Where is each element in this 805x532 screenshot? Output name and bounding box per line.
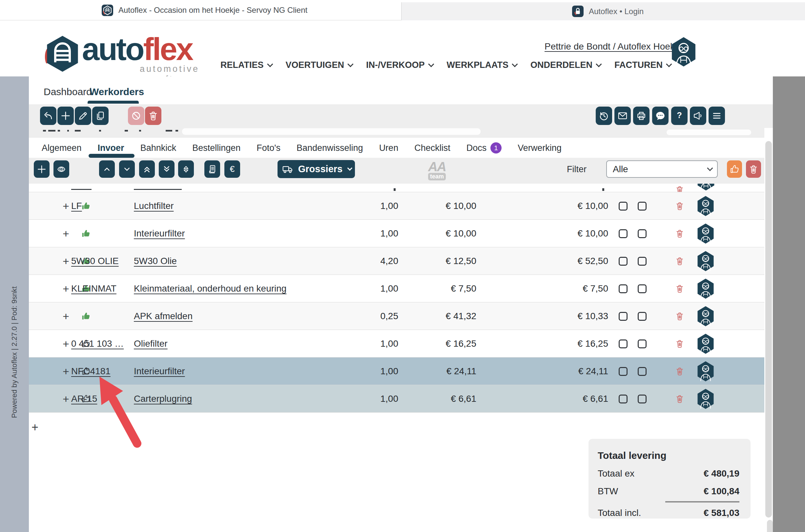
row-checkbox-2[interactable] (638, 229, 647, 238)
subtab-checklist[interactable]: Checklist (414, 143, 451, 153)
undo-button[interactable] (40, 107, 56, 125)
article-code-link[interactable]: 5W30 OLIE (71, 256, 119, 266)
row-checkbox-1[interactable] (619, 312, 628, 321)
delete-row-button[interactable] (672, 247, 687, 275)
subtab-bahnkick[interactable]: Bahnkick (140, 143, 176, 153)
table-row-selected[interactable]: + NFC4181 Interieurfilter 1,00 € 24,11 €… (29, 358, 765, 385)
subtab-uren[interactable]: Uren (379, 143, 399, 153)
article-code-link[interactable]: LF (71, 201, 82, 211)
scrollbar-thumb[interactable] (765, 141, 772, 517)
nav-werkplaats[interactable]: WERKPLAATS (447, 60, 516, 70)
article-code-link[interactable]: NFC4181 (71, 366, 111, 377)
mechanic-avatar[interactable] (696, 192, 715, 220)
add-line-button[interactable] (34, 160, 50, 178)
expand-row-button[interactable]: + (60, 220, 72, 247)
article-desc-link[interactable]: Interieurfilter (134, 366, 185, 377)
row-checkbox-1[interactable] (619, 367, 628, 376)
move-down-button[interactable] (119, 160, 135, 178)
pricebook-button[interactable] (204, 160, 220, 178)
row-checkbox-1[interactable] (619, 229, 628, 238)
row-checkbox-1[interactable] (619, 395, 628, 403)
delete-lines-button[interactable] (746, 160, 761, 178)
delete-button[interactable] (145, 107, 161, 125)
help-button[interactable] (671, 107, 688, 125)
chat-button[interactable] (652, 107, 669, 125)
approve-all-button[interactable] (727, 160, 742, 178)
expand-row-button[interactable]: + (60, 247, 72, 275)
table-row[interactable]: + APK afmelden 0,25 € 41,32 € 10,33 (29, 302, 765, 330)
mechanic-avatar[interactable] (696, 275, 715, 302)
row-checkbox-2[interactable] (638, 340, 647, 348)
subtab-bestellingen[interactable]: Bestellingen (192, 143, 241, 153)
nav-relaties[interactable]: RELATIES (221, 60, 271, 70)
article-code-link[interactable]: KLEINMAT (71, 283, 116, 294)
table-row[interactable]: + KLEINMAT Kleinmateriaal, onderhoud en … (29, 275, 765, 302)
print-button[interactable] (633, 107, 650, 125)
article-desc-link[interactable]: Interieurfilter (134, 228, 185, 239)
table-row[interactable]: + LF Luchtfilter 1,00 € 10,00 € 10,00 (29, 192, 765, 220)
row-checkbox-2[interactable] (638, 202, 647, 211)
row-checkbox-2[interactable] (638, 257, 647, 266)
row-checkbox-2[interactable] (638, 312, 647, 321)
delete-row-button[interactable] (672, 302, 687, 330)
browser-tab-inactive[interactable]: Autoflex • Login (401, 2, 805, 20)
article-desc-link[interactable]: Oliefilter (134, 339, 168, 349)
add-button[interactable] (57, 107, 74, 125)
table-row[interactable]: + 5W30 OLIE 5W30 Olie 4,20 € 12,50 € 52,… (29, 247, 765, 275)
subtab-fotos[interactable]: Foto's (256, 143, 281, 153)
expand-row-button[interactable]: + (60, 385, 72, 413)
article-desc-link[interactable]: APK afmelden (134, 311, 193, 321)
add-new-line-button[interactable]: + (32, 420, 38, 434)
expand-row-button[interactable]: + (60, 275, 72, 302)
row-checkbox-1[interactable] (619, 202, 628, 211)
subtab-docs[interactable]: Docs1 (466, 142, 502, 153)
approved-thumb-icon[interactable] (79, 220, 93, 247)
row-checkbox-1[interactable] (619, 257, 628, 266)
tab-dashboard[interactable]: Dashboard (44, 86, 92, 97)
subtab-verwerking[interactable]: Verwerking (518, 143, 561, 153)
expand-row-button[interactable]: + (60, 302, 72, 330)
nav-in-verkoop[interactable]: IN-/VERKOOP (366, 60, 432, 70)
outer-scrollbar-thumb[interactable] (767, 520, 773, 532)
edit-button[interactable] (75, 107, 91, 125)
browser-tab-active[interactable]: Autoflex - Occasion om het Hoekje - Serv… (0, 0, 401, 20)
mechanic-avatar[interactable] (696, 302, 715, 330)
delete-row-button[interactable] (672, 358, 687, 385)
mechanic-avatar[interactable] (696, 220, 715, 247)
row-checkbox-1[interactable] (619, 340, 628, 348)
delete-row-button[interactable] (672, 275, 687, 302)
expand-row-button[interactable]: + (60, 192, 72, 220)
block-button[interactable] (128, 107, 144, 125)
move-up-button[interactable] (99, 160, 115, 178)
article-code-link[interactable]: 0 451 103 … (71, 339, 124, 349)
mechanic-avatar[interactable] (696, 247, 715, 275)
article-desc-link[interactable]: 5W30 Olie (134, 256, 177, 266)
delete-row-button[interactable] (672, 220, 687, 247)
nav-onderdelen[interactable]: ONDERDELEN (531, 60, 600, 70)
subtab-invoer[interactable]: Invoer (98, 143, 124, 153)
view-button[interactable] (54, 160, 69, 178)
menu-button[interactable] (709, 107, 725, 125)
grossiers-dropdown-button[interactable]: Grossiers (277, 160, 355, 178)
article-desc-link[interactable]: Luchtfilter (134, 201, 174, 211)
vertical-scrollbar[interactable] (764, 128, 773, 532)
mechanic-avatar[interactable] (696, 358, 715, 385)
nav-facturen[interactable]: FACTUREN (614, 60, 670, 70)
delete-row-button[interactable] (672, 330, 687, 358)
expand-row-button[interactable]: + (60, 358, 72, 385)
mechanic-avatar[interactable] (696, 385, 715, 413)
subtab-algemeen[interactable]: Algemeen (42, 143, 82, 153)
row-checkbox-2[interactable] (638, 367, 647, 376)
row-checkbox-1[interactable] (619, 284, 628, 293)
mechanic-avatar[interactable] (696, 330, 715, 358)
article-desc-link[interactable]: Kleinmateriaal, onderhoud en keuring (134, 283, 286, 294)
article-desc-link[interactable]: Carterplugring (134, 394, 192, 404)
mail-button[interactable] (614, 107, 631, 125)
row-checkbox-2[interactable] (638, 395, 647, 403)
history-button[interactable] (596, 107, 612, 125)
table-row[interactable]: + 0 451 103 … Oliefilter 1,00 € 16,25 € … (29, 330, 765, 358)
table-row[interactable]: + AR-15 Carterplugring 1,00 € 6,61 € 6,6… (29, 385, 765, 413)
copy-button[interactable] (92, 107, 109, 125)
delete-row-button[interactable] (672, 192, 687, 220)
row-checkbox-2[interactable] (638, 284, 647, 293)
